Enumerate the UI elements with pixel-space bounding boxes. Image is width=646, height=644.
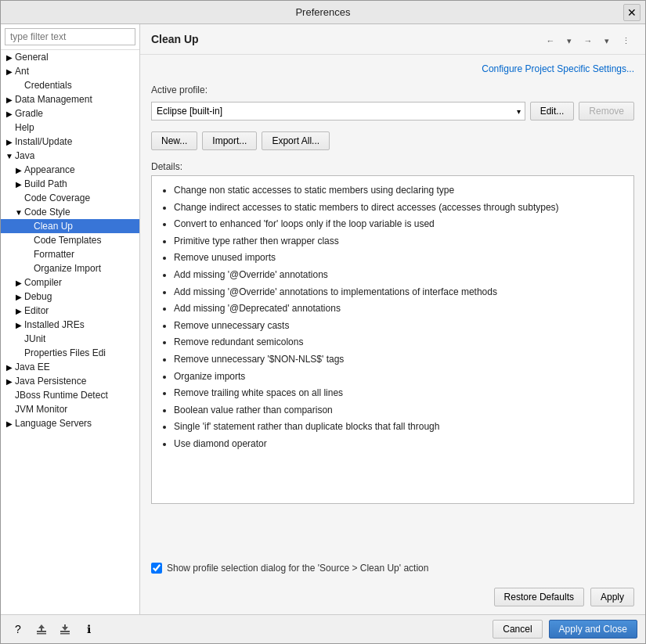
forward-arrow-icon[interactable]: ▾	[598, 32, 615, 49]
window-title: Preferences	[295, 6, 350, 18]
preferences-window: Preferences ✕ ▶ General ▶ Ant Credential…	[0, 0, 646, 644]
import-button[interactable]: Import...	[202, 131, 257, 150]
panel-action-row: Restore Defaults Apply	[151, 585, 634, 606]
list-item: Primitive type rather then wrapper class	[174, 233, 627, 250]
svg-rect-4	[60, 633, 70, 635]
sidebar-item-install-update[interactable]: ▶ Install/Update	[1, 135, 139, 149]
list-item: Change indirect accesses to static membe…	[174, 200, 627, 217]
sidebar-item-appearance[interactable]: ▶ Appearance	[1, 163, 139, 177]
list-item: Remove unnecessary casts	[174, 318, 627, 335]
sidebar-label-clean-up: Clean Up	[34, 221, 73, 232]
back-icon[interactable]: ←	[542, 32, 559, 49]
tree-arrow-appearance: ▶	[13, 164, 24, 175]
sidebar-item-build-path[interactable]: ▶ Build Path	[1, 177, 139, 191]
details-box: Change non static accesses to static mem…	[151, 175, 634, 504]
sidebar-label-properties-files: Properties Files Edi	[24, 347, 106, 358]
list-item: Add missing '@Override' annotations to i…	[174, 284, 627, 301]
export-all-button[interactable]: Export All...	[262, 131, 330, 150]
close-button[interactable]: ✕	[623, 4, 641, 21]
sidebar-item-general[interactable]: ▶ General	[1, 50, 139, 64]
list-item: Convert to enhanced 'for' loops only if …	[174, 216, 627, 233]
sidebar-item-gradle[interactable]: ▶ Gradle	[1, 106, 139, 121]
details-list: Change non static accesses to static mem…	[158, 182, 627, 453]
sidebar-label-build-path: Build Path	[24, 178, 67, 189]
bottom-right-buttons: Cancel Apply and Close	[493, 620, 637, 639]
sidebar-item-language-servers[interactable]: ▶ Language Servers	[1, 416, 139, 430]
sidebar-label-formatter: Formatter	[34, 249, 74, 260]
list-item: Add missing '@Deprecated' annotations	[174, 300, 627, 318]
profile-select[interactable]: Eclipse [built-in]	[151, 102, 525, 121]
tree-arrow-build-path: ▶	[13, 178, 24, 189]
forward-icon[interactable]: →	[579, 32, 597, 49]
sidebar: ▶ General ▶ Ant Credentials ▶ Data Manag…	[1, 24, 140, 614]
tree-arrow-code-style: ▼	[13, 207, 24, 218]
svg-marker-5	[62, 624, 68, 631]
sidebar-label-language-servers: Language Servers	[15, 418, 92, 429]
configure-project-link[interactable]: Configure Project Specific Settings...	[482, 63, 634, 74]
sidebar-item-editor[interactable]: ▶ Editor	[1, 304, 139, 318]
sidebar-item-organize-import[interactable]: Organize Import	[1, 261, 139, 275]
sidebar-label-editor: Editor	[24, 305, 49, 316]
profile-label-row: Active profile:	[151, 84, 634, 95]
sidebar-label-organize-import: Organize Import	[34, 263, 101, 274]
sidebar-label-data-management: Data Management	[15, 94, 92, 105]
sidebar-item-properties-files[interactable]: Properties Files Edi	[1, 346, 139, 360]
list-item: Use diamond operator	[174, 436, 627, 453]
sidebar-item-help[interactable]: Help	[1, 121, 139, 135]
apply-button[interactable]: Apply	[590, 588, 634, 606]
import-icon[interactable]	[56, 620, 74, 639]
sidebar-label-appearance: Appearance	[24, 164, 75, 175]
export-icon[interactable]	[32, 620, 51, 639]
new-button[interactable]: New...	[151, 131, 197, 150]
tree-container: ▶ General ▶ Ant Credentials ▶ Data Manag…	[1, 50, 139, 430]
sidebar-item-java[interactable]: ▼ Java	[1, 149, 139, 163]
help-icon[interactable]: ?	[9, 620, 27, 639]
remove-button[interactable]: Remove	[579, 102, 634, 121]
cancel-button[interactable]: Cancel	[493, 620, 542, 639]
sidebar-item-java-persistence[interactable]: ▶ Java Persistence	[1, 374, 139, 388]
sidebar-item-credentials[interactable]: Credentials	[1, 78, 139, 92]
sidebar-item-formatter[interactable]: Formatter	[1, 247, 139, 261]
edit-button[interactable]: Edit...	[530, 102, 575, 121]
sidebar-item-data-management[interactable]: ▶ Data Management	[1, 92, 139, 106]
sidebar-item-debug[interactable]: ▶ Debug	[1, 290, 139, 304]
sidebar-item-code-style[interactable]: ▼ Code Style	[1, 205, 139, 219]
sidebar-item-installed-jres[interactable]: ▶ Installed JREs	[1, 318, 139, 332]
show-profile-checkbox[interactable]	[151, 563, 162, 574]
configure-link-row: Configure Project Specific Settings...	[151, 63, 634, 74]
list-item: Single 'if' statement rather than duplic…	[174, 419, 627, 436]
sidebar-item-junit[interactable]: JUnit	[1, 332, 139, 346]
tree-arrow-compiler: ▶	[13, 277, 24, 288]
list-item: Organize imports	[174, 369, 627, 386]
sidebar-item-compiler[interactable]: ▶ Compiler	[1, 275, 139, 290]
tree-arrow-general: ▶	[4, 52, 15, 63]
svg-rect-3	[60, 631, 70, 632]
bottom-icons: ? ℹ	[9, 620, 98, 639]
sidebar-item-code-coverage[interactable]: Code Coverage	[1, 191, 139, 205]
sidebar-item-jboss[interactable]: JBoss Runtime Detect	[1, 388, 139, 402]
sidebar-item-code-templates[interactable]: Code Templates	[1, 233, 139, 247]
sidebar-item-java-ee[interactable]: ▶ Java EE	[1, 360, 139, 374]
tree-arrow-gradle: ▶	[4, 108, 15, 119]
apply-and-close-button[interactable]: Apply and Close	[549, 620, 637, 639]
sidebar-item-ant[interactable]: ▶ Ant	[1, 64, 139, 78]
panel-header: Clean Up ← ▾ → ▾ ⋮	[140, 24, 645, 55]
filter-input[interactable]	[5, 28, 135, 45]
sidebar-label-ant: Ant	[15, 66, 29, 77]
list-item: Boolean value rather than comparison	[174, 402, 627, 419]
sidebar-item-clean-up[interactable]: Clean Up	[1, 219, 139, 233]
restore-defaults-button[interactable]: Restore Defaults	[494, 588, 584, 606]
sidebar-label-help: Help	[15, 122, 34, 133]
svg-marker-2	[38, 624, 45, 631]
tree-arrow-installed-jres: ▶	[13, 319, 24, 330]
back-arrow-icon[interactable]: ▾	[561, 32, 578, 49]
info-icon[interactable]: ℹ	[79, 620, 98, 639]
sidebar-label-compiler: Compiler	[24, 277, 62, 288]
profile-label: Active profile:	[151, 85, 208, 95]
action-buttons: New... Import... Export All...	[151, 131, 634, 150]
tree-arrow-java-persistence: ▶	[4, 376, 15, 387]
menu-icon[interactable]: ⋮	[617, 32, 634, 49]
sidebar-label-code-templates: Code Templates	[34, 235, 102, 246]
sidebar-item-jvm-monitor[interactable]: JVM Monitor	[1, 402, 139, 416]
sidebar-label-java-ee: Java EE	[15, 362, 50, 372]
